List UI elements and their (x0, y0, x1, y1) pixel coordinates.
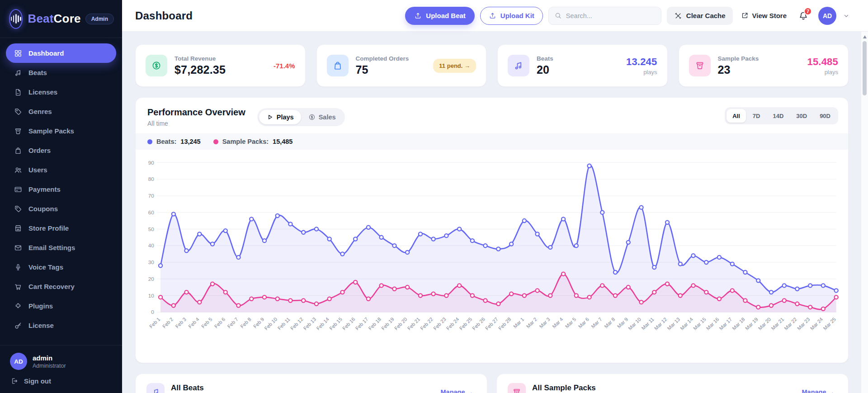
summary-card-all-sample-packs: All Sample Packs 23 total Manage → (496, 374, 849, 393)
tag-icon (14, 205, 22, 213)
sidebar-item-cart-recovery[interactable]: Cart Recovery (6, 277, 116, 296)
manage-link[interactable]: Manage → (802, 388, 835, 393)
svg-text:Feb 22: Feb 22 (419, 316, 434, 331)
range-14d[interactable]: 14D (767, 109, 789, 123)
sidebar-item-label: Coupons (28, 205, 58, 213)
plays-unit: plays (626, 69, 657, 76)
sidebar-item-label: Voice Tags (28, 263, 63, 271)
sidebar-item-payments[interactable]: Payments (6, 180, 116, 199)
svg-text:90: 90 (148, 160, 155, 166)
svg-text:Mar 10: Mar 10 (627, 316, 642, 331)
chart-title: Performance Overview (147, 107, 245, 118)
grid-icon (14, 49, 22, 57)
sidebar-item-genres[interactable]: Genres (6, 102, 116, 121)
card-icon (14, 185, 22, 194)
summary-cards-row: All Beats 20 total Manage → All Sample P… (135, 374, 849, 393)
stat-label: Completed Orders (356, 55, 409, 62)
sidebar-item-voice-tags[interactable]: Voice Tags (6, 257, 116, 277)
range-7d[interactable]: 7D (747, 109, 766, 123)
sign-out-button[interactable]: Sign out (10, 377, 112, 385)
svg-text:80: 80 (148, 176, 155, 182)
stat-value: $7,282.35 (175, 63, 226, 76)
stat-label: Beats (537, 55, 553, 62)
svg-text:Mar 15: Mar 15 (692, 316, 707, 331)
tab-plays[interactable]: Plays (259, 110, 301, 124)
sidebar-item-plugins[interactable]: Plugins (6, 296, 116, 316)
svg-text:Mar 14: Mar 14 (679, 316, 694, 331)
notifications-button[interactable]: 7 (798, 11, 808, 21)
manage-link[interactable]: Manage → (440, 388, 473, 393)
clear-cache-button[interactable]: Clear Cache (667, 7, 733, 25)
svg-text:Feb 7: Feb 7 (226, 316, 239, 329)
svg-text:Feb 8: Feb 8 (239, 316, 252, 329)
range-30d[interactable]: 30D (790, 109, 813, 123)
svg-text:50: 50 (148, 226, 155, 232)
upload-icon (489, 12, 496, 19)
sidebar-item-users[interactable]: Users (6, 160, 116, 180)
sidebar-item-dashboard[interactable]: Dashboard (6, 43, 116, 63)
tools-icon (674, 12, 682, 20)
sidebar-item-email-settings[interactable]: Email Settings (6, 238, 116, 257)
app-logo: BeatCore Admin (0, 0, 122, 38)
performance-overview-card: Performance Overview All time PlaysSales… (135, 97, 849, 363)
range-all[interactable]: All (726, 109, 746, 123)
stat-card-sample-packs: Sample Packs 23 15.485plays (679, 44, 849, 87)
sidebar-item-sample-packs[interactable]: Sample Packs (6, 121, 116, 141)
revenue-delta: -71.4% (274, 62, 295, 70)
svg-text:Feb 17: Feb 17 (354, 316, 369, 331)
plays-count: 15.485 (807, 56, 839, 68)
upload-beat-button[interactable]: Upload Beat (405, 7, 475, 25)
search-input[interactable] (566, 12, 656, 19)
store-icon (14, 224, 22, 232)
stat-label: Total Revenue (175, 55, 226, 62)
sidebar-item-label: Dashboard (28, 49, 64, 57)
scrollbar-thumb[interactable] (863, 41, 867, 95)
sidebar-item-label: Genres (28, 108, 52, 115)
sidebar-item-coupons[interactable]: Coupons (6, 199, 116, 218)
sidebar-item-license[interactable]: License (6, 316, 116, 335)
svg-text:20: 20 (148, 276, 155, 282)
sidebar-item-orders[interactable]: Orders (6, 141, 116, 160)
svg-text:Mar 23: Mar 23 (796, 316, 811, 331)
legend-item: Beats:13,245 (147, 138, 201, 145)
bag-icon (327, 55, 349, 76)
note-icon (146, 383, 165, 393)
pending-orders-badge[interactable]: 11 pend. → (433, 59, 476, 73)
legend-dot (147, 139, 152, 144)
svg-text:Mar 7: Mar 7 (590, 316, 603, 329)
svg-text:60: 60 (148, 209, 155, 215)
users-icon (14, 166, 22, 174)
bag-icon (14, 147, 22, 155)
svg-text:Feb 10: Feb 10 (263, 316, 278, 331)
stats-row: Total Revenue $7,282.35 -71.4% Completed… (135, 44, 849, 87)
stat-value: 75 (356, 63, 409, 76)
user-name: admin (33, 354, 66, 362)
sidebar-item-store-profile[interactable]: Store Profile (6, 218, 116, 238)
bin-icon (689, 55, 711, 76)
svg-text:Mar 8: Mar 8 (603, 316, 616, 329)
tab-sales[interactable]: Sales (301, 110, 343, 124)
stat-value: 20 (537, 63, 553, 76)
stat-label: Sample Packs (718, 55, 759, 62)
range-90d[interactable]: 90D (814, 109, 836, 123)
note-icon (14, 69, 22, 77)
upload-kit-button[interactable]: Upload Kit (480, 7, 543, 25)
svg-text:Mar 1: Mar 1 (512, 316, 525, 329)
sidebar-item-licenses[interactable]: Licenses (6, 82, 116, 102)
svg-text:Feb 13: Feb 13 (302, 316, 317, 331)
external-link-icon (741, 12, 749, 19)
svg-text:Feb 27: Feb 27 (484, 316, 499, 331)
svg-text:Mar 4: Mar 4 (551, 316, 564, 329)
sidebar-item-beats[interactable]: Beats (6, 63, 116, 82)
sidebar-item-label: Plugins (28, 302, 53, 310)
chevron-down-icon[interactable] (843, 12, 850, 19)
waveform-logo-icon (9, 9, 23, 29)
line-chart: 0102030405060708090Feb 1Feb 2Feb 3Feb 4F… (136, 150, 848, 363)
svg-text:Mar 12: Mar 12 (653, 316, 668, 331)
sidebar-footer: AD admin Administrator Sign out (0, 345, 122, 393)
svg-text:Feb 11: Feb 11 (277, 316, 291, 331)
view-store-link[interactable]: View Store (741, 12, 787, 19)
page-scrollbar[interactable] (861, 32, 868, 393)
account-avatar[interactable]: AD (818, 7, 836, 25)
scroll-up-arrow-icon[interactable] (863, 35, 867, 38)
